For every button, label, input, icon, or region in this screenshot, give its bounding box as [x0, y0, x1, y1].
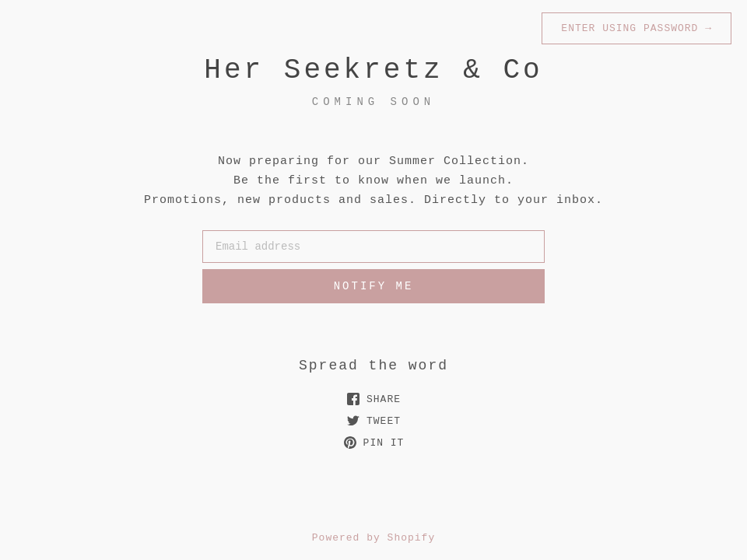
email-form: NOTIFY ME — [202, 230, 545, 303]
tagline-line3: Promotions, new products and sales. Dire… — [144, 194, 603, 207]
notify-me-button[interactable]: NOTIFY ME — [202, 269, 545, 303]
password-button[interactable]: ENTER USING PASSWORD → — [542, 12, 731, 44]
header: ENTER USING PASSWORD → — [526, 0, 747, 57]
facebook-icon — [346, 392, 360, 406]
email-input[interactable] — [202, 230, 545, 263]
footer: Powered by Shopify — [0, 530, 747, 544]
site-title: Her Seekretz & Co — [204, 54, 542, 86]
coming-soon-label: COMING SOON — [312, 96, 435, 108]
share-facebook-link[interactable]: SHARE — [346, 392, 401, 406]
share-label: SHARE — [366, 394, 401, 405]
pinterest-icon — [343, 436, 357, 450]
pin-label: PIN IT — [363, 437, 405, 449]
spread-section: Spread the word SHARE TWEET — [299, 358, 448, 450]
tagline-line1: Now preparing for our Summer Collection. — [218, 155, 529, 168]
pin-pinterest-link[interactable]: PIN IT — [343, 436, 405, 450]
powered-by-shopify-link[interactable]: Powered by Shopify — [312, 532, 435, 544]
tweet-label: TWEET — [366, 415, 401, 427]
tagline-line2: Be the first to know when we launch. — [233, 174, 514, 187]
social-links: SHARE TWEET PIN IT — [343, 392, 405, 450]
tweet-twitter-link[interactable]: TWEET — [346, 414, 401, 428]
twitter-icon — [346, 414, 360, 428]
spread-the-word-label: Spread the word — [299, 358, 448, 373]
main-content: Her Seekretz & Co COMING SOON Now prepar… — [0, 0, 747, 450]
